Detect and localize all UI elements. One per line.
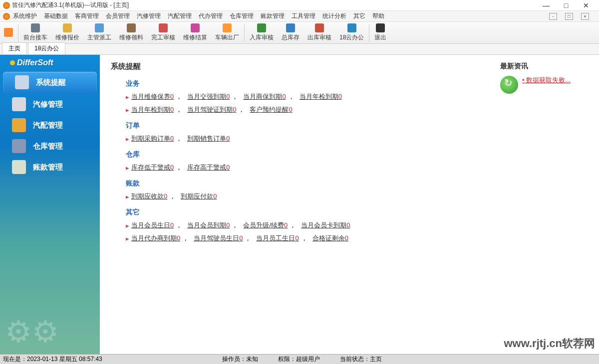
- menu-item[interactable]: 其它: [353, 12, 365, 20]
- group-title: 订单: [126, 121, 500, 130]
- toolbar-button[interactable]: 入库审核: [246, 22, 278, 43]
- toolbar-icon: [376, 23, 385, 32]
- reminder-link[interactable]: 当月驾驶证到期0: [187, 105, 236, 114]
- toolbar-icon: [223, 23, 232, 32]
- menu-item[interactable]: 帮助: [372, 12, 384, 20]
- menu-item[interactable]: 工具管理: [292, 12, 315, 20]
- sidebar-label: 汽配管理: [33, 121, 63, 130]
- reminder-link[interactable]: 会员升级/续费0: [243, 221, 288, 230]
- toolbar-button[interactable]: 前台接车: [19, 22, 51, 43]
- close-button[interactable]: ✕: [576, 0, 596, 11]
- reminder-link[interactable]: 当月交强到期0: [187, 92, 230, 101]
- group-title: 业务: [126, 79, 500, 88]
- mdi-restore-icon[interactable]: □: [565, 13, 573, 20]
- sidebar-label: 账款管理: [33, 163, 63, 172]
- status-op: 未知: [246, 356, 258, 363]
- menu-item[interactable]: 汽配管理: [168, 12, 192, 20]
- status-now: 2023-01-13 星期五 08:57:43: [27, 356, 102, 363]
- reminder-link[interactable]: 当月员工生日0: [256, 234, 299, 243]
- link-row: ▸当月年检到期0，当月驾驶证到期0，客户预约提醒0: [126, 105, 500, 114]
- reminder-link[interactable]: 到期销售订单0: [187, 134, 230, 143]
- page-title: 系统提醒: [111, 62, 500, 71]
- tab-cloud[interactable]: 18云办公: [28, 42, 65, 54]
- reminder-link[interactable]: 当月年检到期0: [300, 92, 342, 101]
- link-row: ▸当月代办商到期0，当月驾驶员生日0，当月员工生日0，合格证剩余0: [126, 234, 500, 243]
- bullet-icon: ▸: [126, 235, 129, 242]
- bullet-icon: ▸: [126, 106, 129, 114]
- reminder-link[interactable]: 库存高于警戒0: [187, 163, 230, 172]
- toolbar-label: 前台接车: [23, 33, 47, 42]
- toolbar-button[interactable]: 18云办公: [335, 22, 368, 43]
- toolbar-button[interactable]: 退出: [370, 22, 390, 43]
- menu-icon: [3, 13, 10, 20]
- menu-item[interactable]: 代办管理: [199, 12, 223, 20]
- reminder-link[interactable]: 当月维修保养0: [131, 92, 174, 101]
- toolbar-label: 总库存: [282, 33, 300, 42]
- reminder-link[interactable]: 当月驾驶员生日0: [194, 234, 243, 243]
- menu-item[interactable]: 客商管理: [75, 12, 99, 20]
- toolbar-icon: [191, 23, 200, 32]
- bullet-icon: ▸: [126, 164, 129, 172]
- brand: DifferSoft: [0, 55, 100, 71]
- sidebar-item[interactable]: 汽修管理: [0, 94, 100, 115]
- menu-item[interactable]: 账款管理: [261, 12, 285, 20]
- toolbar-icon: [127, 23, 136, 32]
- reminder-link[interactable]: 到期采购订单0: [131, 134, 174, 143]
- toolbar-icon: [63, 23, 72, 32]
- sidebar-icon: [12, 139, 26, 153]
- maximize-button[interactable]: □: [556, 0, 576, 11]
- toolbar-button[interactable]: 完工审核: [147, 22, 179, 43]
- toolbar-label: 退出: [374, 33, 386, 42]
- reminder-link[interactable]: 到期应付款0: [181, 192, 217, 201]
- reminder-link[interactable]: 当月年检到期0: [131, 105, 174, 114]
- reminder-link[interactable]: 当月商保到期0: [243, 92, 286, 101]
- content-main: 系统提醒 业务▸当月维修保养0，当月交强到期0，当月商保到期0，当月年检到期0▸…: [111, 62, 500, 347]
- toolbar-button[interactable]: 总库存: [278, 22, 303, 43]
- toolbar-button[interactable]: 维修报价: [51, 22, 83, 43]
- sidebar-item[interactable]: 汽配管理: [0, 115, 100, 136]
- reminder-link[interactable]: 客户预约提醒0: [250, 105, 292, 114]
- tab-home[interactable]: 主页: [2, 42, 27, 54]
- minimize-button[interactable]: —: [536, 0, 556, 11]
- menubar: 系统维护 基础数据 客商管理 会员管理 汽修管理 汽配管理 代办管理 仓库管理 …: [0, 11, 599, 22]
- reminder-link[interactable]: 当月会员到期0: [187, 221, 230, 230]
- toolbar-label: 维修报价: [55, 33, 79, 42]
- toolbar-label: 车辆出厂: [215, 33, 239, 42]
- toolbar-button[interactable]: 主管派工: [83, 22, 115, 43]
- sidebar-item[interactable]: 账款管理: [0, 157, 100, 178]
- toolbar-button[interactable]: 维修结算: [179, 22, 211, 43]
- bullet-icon: ▸: [126, 222, 129, 229]
- mdi-close-icon[interactable]: ×: [581, 13, 589, 20]
- link-row: ▸当月会员生日0，当月会员到期0，会员升级/续费0，当月会员卡到期0: [126, 221, 500, 230]
- reminder-link[interactable]: 当月代办商到期0: [131, 234, 180, 243]
- brand-text: DifferSoft: [17, 58, 53, 67]
- sidebar-label: 系统提醒: [36, 78, 66, 87]
- toolbar-icon: [31, 23, 40, 32]
- reminder-link[interactable]: 到期应收款0: [131, 192, 167, 201]
- toolbar-button[interactable]: 维修领料: [115, 22, 147, 43]
- menu-item[interactable]: 系统维护: [13, 12, 37, 20]
- reminder-link[interactable]: 库存低于警戒0: [131, 163, 174, 172]
- menu-item[interactable]: 基础数据: [44, 12, 68, 20]
- menu-item[interactable]: 会员管理: [106, 12, 130, 20]
- reminder-link[interactable]: 合格证剩余0: [312, 234, 348, 243]
- menu-item[interactable]: 汽修管理: [137, 12, 161, 20]
- mdi-minimize-icon[interactable]: -: [549, 13, 557, 20]
- reminder-link[interactable]: 当月会员生日0: [131, 221, 174, 230]
- watermark: www.rjtj.cn软荐网: [504, 336, 595, 351]
- reminder-link[interactable]: 当月会员卡到期0: [301, 221, 350, 230]
- toolbar-button[interactable]: 车辆出厂: [211, 22, 243, 43]
- news-link[interactable]: 数据获取失败...: [522, 76, 571, 85]
- titlebar: 笛佳汽修汽配通3.1(单机版)---试用版 - [主页] — □ ✕: [0, 0, 599, 11]
- toolbar-button[interactable]: [0, 22, 17, 43]
- group-title: 其它: [126, 208, 500, 217]
- sidebar-item[interactable]: 系统提醒: [3, 72, 97, 93]
- toolbar-button[interactable]: 出库审核: [303, 22, 335, 43]
- menu-item[interactable]: 仓库管理: [230, 12, 254, 20]
- toolbar-icon: [4, 28, 13, 37]
- sidebar-icon: [12, 97, 26, 111]
- toolbar-label: 入库审核: [250, 33, 274, 42]
- sidebar-item[interactable]: 仓库管理: [0, 136, 100, 157]
- menu-item[interactable]: 统计分析: [322, 12, 346, 20]
- brand-dot-icon: [10, 60, 15, 65]
